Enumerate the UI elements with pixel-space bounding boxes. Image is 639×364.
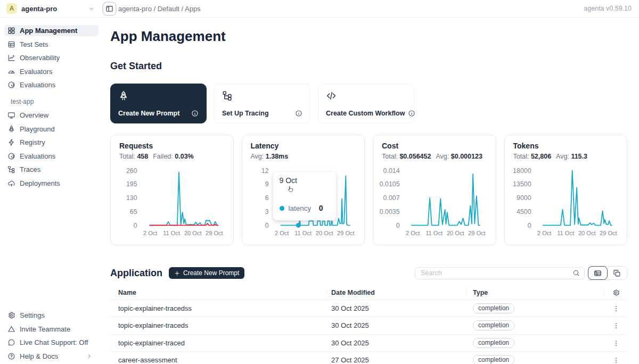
application-table-wrap: Name Date Modified Type topic-explainer-…	[110, 286, 627, 364]
sidebar-item-label: Overview	[20, 111, 48, 119]
application-title: Application	[110, 268, 162, 279]
cell-type: completion	[467, 334, 604, 352]
type-badge: completion	[473, 320, 514, 330]
sidebar-project-group: OverviewPlaygroundRegistryEvaluationsTra…	[4, 110, 99, 189]
sidebar-item-deployments[interactable]: Deployments	[4, 178, 99, 189]
table-settings-gear-icon[interactable]	[612, 289, 620, 296]
create-new-prompt-label: Create New Prompt	[183, 269, 239, 277]
get-started-card-create-new-prompt[interactable]: Create New Prompt	[110, 84, 207, 123]
search-icon[interactable]	[572, 269, 580, 277]
code-icon	[326, 90, 337, 101]
sidebar-item-help-docs[interactable]: Help & Docs	[4, 351, 99, 362]
svg-text:29 Oct: 29 Oct	[468, 230, 486, 236]
svg-text:20 Oct: 20 Oct	[447, 230, 464, 236]
stat-card-cost: CostTotal: $0.056452Avg: $0.0001230.0140…	[373, 135, 496, 245]
cell-date-modified: 27 Oct 2025	[327, 352, 467, 364]
sidebar-item-traces[interactable]: Traces	[4, 164, 99, 175]
sidebar-item-registry[interactable]: Registry	[4, 137, 99, 148]
chevron-right-icon	[86, 353, 92, 359]
row-menu-icon[interactable]	[612, 321, 620, 330]
cell-name: topic-explainer-tracedss	[110, 300, 327, 317]
topbar: agenta-pro / Default / Apps agenta v0.59…	[103, 0, 639, 18]
column-header-date-modified[interactable]: Date Modified	[327, 286, 467, 300]
stat-card-tokens: TokensTotal: 52,806Avg: 115.318000135009…	[504, 135, 628, 245]
info-icon[interactable]	[408, 110, 415, 117]
row-menu-icon[interactable]	[612, 304, 620, 313]
cell-date-modified: 30 Oct 2025	[327, 300, 467, 317]
chart-tooltip: 9 Octlatency0	[273, 172, 336, 220]
sidebar-item-playground[interactable]: Playground	[4, 123, 99, 135]
svg-text:9: 9	[265, 180, 268, 188]
sidebar-item-label: Test Sets	[20, 40, 48, 48]
sidebar-item-label: Settings	[20, 311, 45, 319]
cell-actions	[604, 334, 627, 352]
stat-value: $0.056452	[399, 153, 431, 160]
series-dot-icon	[280, 206, 284, 211]
stat-card-title: Latency	[251, 142, 356, 150]
svg-text:0.007: 0.007	[383, 194, 400, 202]
table-row[interactable]: topic-explainer-traceds30 Oct 2025comple…	[110, 317, 627, 335]
sidebar-item-evaluations[interactable]: Evaluations	[4, 151, 99, 162]
sidebar-toggle-button[interactable]	[102, 2, 117, 16]
stat-label: Total:	[513, 153, 529, 160]
cloud-up-icon	[7, 179, 15, 187]
search-input[interactable]	[421, 269, 572, 277]
stat-card-latency: LatencyAvg: 1.38ms1296302 Oct11 Oct20 Oc…	[242, 135, 365, 245]
table-view-button[interactable]	[588, 266, 608, 280]
view-toggle	[588, 266, 627, 280]
gear-icon	[7, 311, 15, 319]
get-started-card-create-custom-workflow[interactable]: Create Custom Workflow	[318, 84, 414, 123]
sidebar-item-settings[interactable]: Settings	[4, 310, 99, 321]
sidebar-item-observability[interactable]: Observability	[4, 52, 99, 63]
cell-actions	[604, 317, 627, 335]
column-header-name[interactable]: Name	[110, 286, 327, 300]
table-row[interactable]: topic-explainer-traced30 Oct 2025complet…	[110, 334, 627, 352]
sidebar: A agenta-pro App ManagementTest SetsObse…	[0, 0, 103, 364]
workspace-selector[interactable]: A agenta-pro	[0, 0, 103, 18]
mouse-cursor-icon	[286, 185, 294, 194]
table-row[interactable]: career-assessment27 Oct 2025completion	[110, 352, 627, 364]
svg-text:0: 0	[134, 222, 137, 229]
info-icon[interactable]	[295, 110, 302, 117]
sidebar-item-label: Deployments	[20, 179, 60, 187]
row-menu-icon[interactable]	[612, 356, 620, 364]
table-row[interactable]: topic-explainer-tracedss30 Oct 2025compl…	[110, 300, 627, 317]
spiral-icon	[7, 81, 15, 89]
card-view-button[interactable]	[607, 267, 627, 279]
workspace-avatar: A	[6, 3, 17, 14]
sidebar-item-test-sets[interactable]: Test Sets	[4, 39, 99, 50]
sidebar-item-invite-teammate[interactable]: Invite Teammate	[4, 324, 99, 335]
create-new-prompt-button[interactable]: Create New Prompt	[169, 267, 244, 279]
table-view-icon	[594, 269, 602, 277]
svg-text:6: 6	[265, 194, 268, 202]
svg-text:260: 260	[126, 167, 137, 175]
sidebar-main-group: App ManagementTest SetsObservabilityEval…	[4, 25, 99, 90]
get-started-cards: Create New PromptSet Up TracingCreate Cu…	[110, 84, 627, 123]
svg-text:130: 130	[126, 194, 137, 202]
stat-card-stats: Avg: 1.38ms	[251, 153, 356, 160]
tooltip-series-value: 0	[319, 204, 323, 212]
stat-card-requests: RequestsTotal: 458Failed: 0.03%260195130…	[110, 135, 234, 245]
main-area: agenta-pro / Default / Apps agenta v0.59…	[103, 0, 639, 364]
application-header: Application Create New Prompt	[110, 266, 627, 280]
row-menu-icon[interactable]	[612, 339, 620, 348]
svg-text:0: 0	[527, 222, 531, 229]
sidebar-item-live-chat-support-off[interactable]: Live Chat Support: Off	[4, 337, 99, 348]
info-icon[interactable]	[191, 110, 199, 117]
get-started-card-set-up-tracing[interactable]: Set Up Tracing	[214, 84, 310, 123]
sidebar-item-overview[interactable]: Overview	[4, 110, 99, 121]
svg-text:20 Oct: 20 Oct	[315, 230, 333, 236]
monitor-icon	[7, 111, 15, 119]
stat-card-title: Requests	[119, 142, 225, 150]
sidebar-item-evaluations[interactable]: Evaluations	[4, 79, 99, 90]
sidebar-footer: SettingsInvite TeammateLive Chat Support…	[0, 310, 103, 364]
svg-text:11 Oct: 11 Oct	[557, 230, 574, 236]
svg-text:18000: 18000	[513, 167, 531, 175]
sidebar-item-app-management[interactable]: App Management	[4, 25, 99, 36]
lightning-icon	[7, 138, 15, 146]
stat-label: Avg:	[556, 153, 569, 160]
table-tools	[415, 266, 627, 280]
stat-card-title: Tokens	[513, 142, 619, 150]
sidebar-item-evaluators[interactable]: Evaluators	[4, 66, 99, 77]
column-header-type[interactable]: Type	[467, 286, 604, 300]
